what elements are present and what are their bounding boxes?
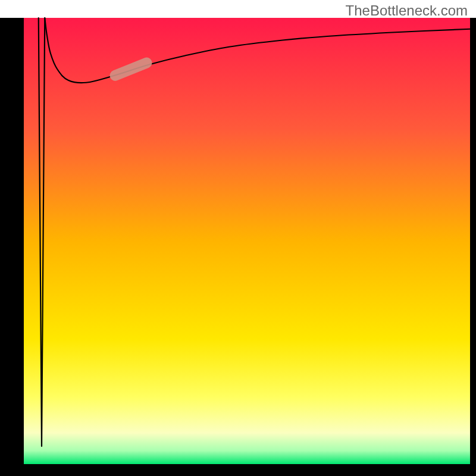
plot-background <box>24 18 470 464</box>
bottleneck-chart <box>0 0 476 476</box>
chart-container: TheBottleneck.com <box>0 0 476 476</box>
watermark-text: TheBottleneck.com <box>346 2 468 19</box>
